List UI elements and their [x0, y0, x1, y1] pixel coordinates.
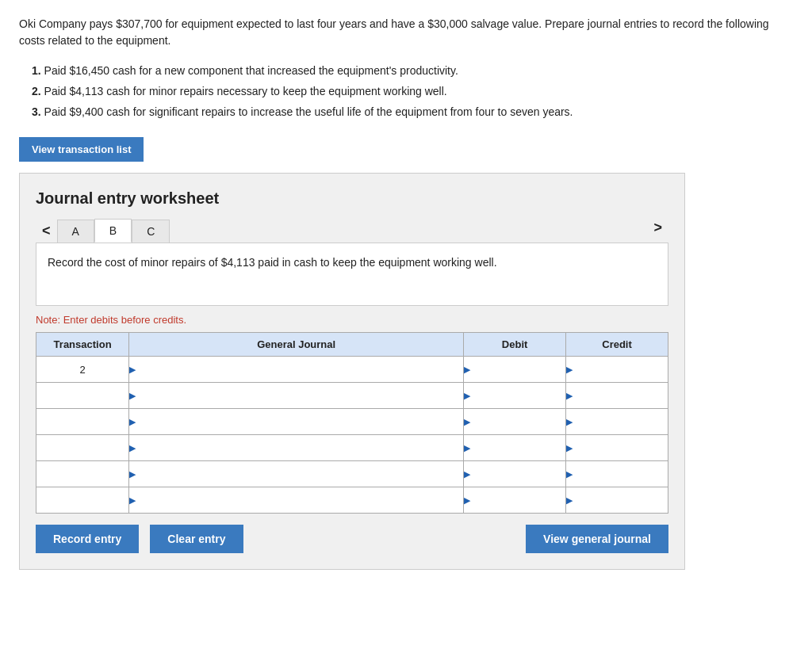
general-journal-input-5[interactable]	[137, 487, 463, 513]
credit-input-1[interactable]	[574, 383, 668, 408]
debit-input-3[interactable]	[472, 435, 565, 460]
buttons-row: Record entry Clear entry View general jo…	[36, 525, 668, 553]
debit-input-1[interactable]	[472, 383, 565, 408]
debit-input-5[interactable]	[472, 487, 565, 513]
table-row-credit-2[interactable]: ▶	[566, 409, 668, 435]
list-item-3: 3. Paid $9,400 cash for significant repa…	[32, 103, 793, 122]
col-header-credit: Credit	[566, 333, 668, 357]
list-item-2: 2. Paid $4,113 cash for minor repairs ne…	[32, 82, 793, 101]
table-row-general-2[interactable]: ▶	[129, 409, 464, 435]
table-row-transaction-4	[36, 461, 129, 487]
table-row-credit-1[interactable]: ▶	[566, 383, 668, 409]
table-row-debit-1[interactable]: ▶	[464, 383, 566, 409]
table-row-general-1[interactable]: ▶	[129, 383, 464, 409]
general-journal-input-1[interactable]	[137, 383, 463, 408]
tab-a[interactable]: A	[57, 220, 94, 243]
table-row-debit-5[interactable]: ▶	[464, 487, 566, 514]
numbered-list: 1. Paid $16,450 cash for a new component…	[32, 62, 793, 121]
table-row-general-4[interactable]: ▶	[129, 461, 464, 487]
general-journal-input-2[interactable]	[137, 409, 463, 434]
intro-paragraph: Oki Company pays $307,700 for equipment …	[19, 16, 793, 49]
table-row-credit-3[interactable]: ▶	[566, 435, 668, 461]
record-entry-button[interactable]: Record entry	[36, 525, 139, 553]
table-row-credit-5[interactable]: ▶	[566, 487, 668, 514]
table-row-transaction-5	[36, 487, 129, 514]
clear-entry-button[interactable]: Clear entry	[150, 525, 243, 553]
tabs-row: < A B C >	[36, 219, 668, 243]
general-journal-input-3[interactable]	[137, 435, 463, 460]
table-row-general-5[interactable]: ▶	[129, 487, 464, 514]
tab-prev-button[interactable]: <	[36, 220, 57, 243]
table-row-debit-3[interactable]: ▶	[464, 435, 566, 461]
tab-content-area: Record the cost of minor repairs of $4,1…	[36, 243, 668, 306]
table-row-transaction-3	[36, 435, 129, 461]
general-journal-input-0[interactable]	[137, 357, 463, 382]
credit-input-0[interactable]	[574, 357, 668, 382]
col-header-general-journal: General Journal	[129, 333, 464, 357]
list-item-1: 1. Paid $16,450 cash for a new component…	[32, 62, 793, 81]
general-journal-input-4[interactable]	[137, 461, 463, 487]
journal-table: Transaction General Journal Debit Credit…	[36, 332, 668, 514]
table-row-debit-0[interactable]: ▶	[464, 357, 566, 383]
view-transaction-button[interactable]: View transaction list	[19, 137, 144, 162]
debit-input-0[interactable]	[472, 357, 565, 382]
table-row-general-3[interactable]: ▶	[129, 435, 464, 461]
table-row-general-0[interactable]: ▶	[129, 357, 464, 383]
tab-b[interactable]: B	[94, 219, 132, 243]
tab-content-text: Record the cost of minor repairs of $4,1…	[48, 254, 657, 271]
tab-next-button[interactable]: >	[647, 216, 668, 239]
worksheet-container: Journal entry worksheet < A B C > Record…	[19, 173, 685, 570]
debit-input-2[interactable]	[472, 409, 565, 434]
table-row-transaction-1	[36, 383, 129, 409]
table-row-transaction-0: 2	[36, 357, 129, 383]
col-header-transaction: Transaction	[36, 333, 129, 357]
credit-input-2[interactable]	[574, 409, 668, 434]
credit-input-3[interactable]	[574, 435, 668, 460]
table-row-debit-4[interactable]: ▶	[464, 461, 566, 487]
worksheet-title: Journal entry worksheet	[36, 189, 668, 208]
credit-input-4[interactable]	[574, 461, 668, 487]
tab-c[interactable]: C	[132, 220, 170, 243]
view-general-journal-button[interactable]: View general journal	[526, 525, 668, 553]
table-row-debit-2[interactable]: ▶	[464, 409, 566, 435]
table-row-transaction-2	[36, 409, 129, 435]
intro-text: Oki Company pays $307,700 for equipment …	[19, 16, 793, 49]
table-row-credit-4[interactable]: ▶	[566, 461, 668, 487]
table-row-credit-0[interactable]: ▶	[566, 357, 668, 383]
credit-input-5[interactable]	[574, 487, 668, 513]
col-header-debit: Debit	[464, 333, 566, 357]
note-text: Note: Enter debits before credits.	[36, 314, 668, 326]
debit-input-4[interactable]	[472, 461, 565, 487]
